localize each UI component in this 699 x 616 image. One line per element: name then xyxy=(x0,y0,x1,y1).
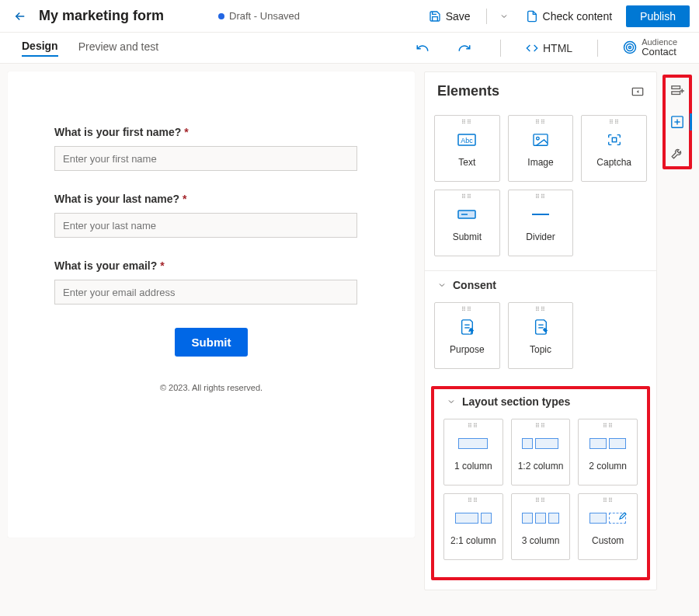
highlight-layout-section: Layout section types ⠿⠿ 1 column ⠿⠿ 1:2 … xyxy=(431,386,650,580)
field-email[interactable]: What is your email?* xyxy=(54,259,357,305)
drag-grip-icon: ⠿⠿ xyxy=(535,193,546,200)
captcha-icon xyxy=(606,129,623,151)
element-submit[interactable]: ⠿⠿ Submit xyxy=(434,190,500,256)
panel-title: Elements xyxy=(437,83,631,99)
one-column-icon xyxy=(458,433,488,454)
check-content-button[interactable]: Check content xyxy=(520,7,619,26)
collapse-panel-button[interactable] xyxy=(631,86,644,97)
tab-preview[interactable]: Preview and test xyxy=(78,40,159,56)
layout-2-1-column[interactable]: ⠿⠿ 2:1 column xyxy=(443,493,503,560)
divider-icon xyxy=(530,204,551,225)
save-button[interactable]: Save xyxy=(423,7,477,26)
rail-styles-button[interactable] xyxy=(667,143,687,163)
drag-grip-icon: ⠿⠿ xyxy=(535,306,546,313)
save-icon xyxy=(429,10,441,23)
drag-grip-icon: ⠿⠿ xyxy=(461,119,472,126)
svg-rect-16 xyxy=(672,86,680,89)
add-element-icon xyxy=(670,115,684,129)
element-captcha[interactable]: ⠿⠿ Captcha xyxy=(581,115,647,182)
status-dot-icon xyxy=(218,13,224,19)
drag-grip-icon: ⠿⠿ xyxy=(468,423,478,430)
publish-button[interactable]: Publish xyxy=(626,5,690,27)
rail-form-fields-button[interactable] xyxy=(667,81,687,101)
undo-button[interactable] xyxy=(412,41,433,55)
element-image[interactable]: ⠿⠿ Image xyxy=(508,115,574,182)
three-column-icon xyxy=(522,507,559,529)
copyright-text: © 2023. All rights reserved. xyxy=(54,383,368,392)
drag-grip-icon: ⠿⠿ xyxy=(535,119,546,126)
layout-2-column[interactable]: ⠿⠿ 2 column xyxy=(578,419,638,485)
form-submit-button[interactable]: Submit xyxy=(175,328,249,357)
top-toolbar: My marketing form Draft - Unsaved Save C… xyxy=(0,0,699,33)
svg-rect-6 xyxy=(534,134,548,145)
element-text[interactable]: ⠿⠿ Abc Text xyxy=(434,115,500,182)
last-name-input[interactable] xyxy=(54,213,357,238)
svg-rect-8 xyxy=(612,137,616,141)
field-label: What is your email?* xyxy=(54,259,357,272)
section-consent-header[interactable]: Consent xyxy=(425,270,656,294)
field-last-name[interactable]: What is your last name?* xyxy=(54,193,357,238)
redo-button[interactable] xyxy=(454,41,475,55)
arrow-left-icon xyxy=(13,9,27,23)
check-content-label: Check content xyxy=(543,10,613,23)
drag-grip-icon: ⠿⠿ xyxy=(468,497,478,504)
collapse-icon xyxy=(631,86,644,97)
document-check-icon xyxy=(526,10,538,23)
save-dropdown[interactable] xyxy=(496,12,512,21)
svg-point-7 xyxy=(537,137,540,140)
one-two-column-icon xyxy=(522,433,558,454)
layout-1-2-column[interactable]: ⠿⠿ 1:2 column xyxy=(511,419,571,485)
right-rail xyxy=(662,71,693,169)
layout-1-column[interactable]: ⠿⠿ 1 column xyxy=(443,419,503,485)
element-topic[interactable]: ⠿⠿ Topic xyxy=(508,302,574,369)
two-one-column-icon xyxy=(455,507,492,529)
svg-rect-17 xyxy=(672,92,680,95)
workspace: What is your first name?* What is your l… xyxy=(0,64,699,598)
element-divider[interactable]: ⠿⠿ Divider xyxy=(508,190,574,256)
audience-value: Contact xyxy=(642,47,677,57)
highlight-rail xyxy=(662,75,692,169)
layout-custom[interactable]: ⠿⠿ Custom xyxy=(578,493,638,560)
undo-icon xyxy=(416,41,429,55)
field-label: What is your first name?* xyxy=(54,126,357,138)
status-badge: Draft - Unsaved xyxy=(218,10,300,22)
canvas-area: What is your first name?* What is your l… xyxy=(8,71,415,538)
drag-grip-icon: ⠿⠿ xyxy=(535,497,546,504)
email-input[interactable] xyxy=(54,280,357,305)
rail-elements-button[interactable] xyxy=(667,112,687,132)
drag-grip-icon: ⠿⠿ xyxy=(535,423,546,430)
tab-design[interactable]: Design xyxy=(22,40,58,57)
status-text: Draft - Unsaved xyxy=(229,10,300,22)
code-icon xyxy=(526,42,538,54)
layout-3-column[interactable]: ⠿⠿ 3 column xyxy=(511,493,571,560)
field-first-name[interactable]: What is your first name?* xyxy=(54,126,357,171)
field-label: What is your last name?* xyxy=(54,193,357,205)
wrench-icon xyxy=(670,146,684,160)
sub-toolbar: Design Preview and test HTML Audience Co… xyxy=(0,33,699,64)
drag-grip-icon: ⠿⠿ xyxy=(603,423,614,430)
audience-selector[interactable]: Audience Contact xyxy=(623,37,677,57)
chevron-down-icon xyxy=(447,397,456,406)
drag-grip-icon: ⠿⠿ xyxy=(603,497,614,504)
chevron-down-icon xyxy=(499,12,509,21)
first-name-input[interactable] xyxy=(54,146,357,171)
section-layout-header[interactable]: Layout section types xyxy=(434,391,647,411)
two-column-icon xyxy=(589,433,626,454)
element-purpose[interactable]: ⠿⠿ Purpose xyxy=(434,302,500,369)
target-icon xyxy=(623,40,637,54)
elements-panel: Elements ⠿⠿ Abc Text ⠿⠿ Image ⠿⠿ xyxy=(424,71,657,590)
submit-button-icon xyxy=(457,204,477,225)
svg-text:Abc: Abc xyxy=(461,137,474,144)
redo-icon xyxy=(457,41,471,55)
chevron-down-icon xyxy=(437,280,447,290)
form-fields-icon xyxy=(670,85,684,97)
custom-layout-icon xyxy=(589,507,626,529)
page-title: My marketing form xyxy=(39,8,164,24)
drag-grip-icon: ⠿⠿ xyxy=(609,119,620,126)
topic-icon xyxy=(533,316,548,338)
form-canvas[interactable]: What is your first name?* What is your l… xyxy=(8,71,415,538)
drag-grip-icon: ⠿⠿ xyxy=(461,193,472,200)
back-button[interactable] xyxy=(9,5,31,27)
html-view-button[interactable]: HTML xyxy=(526,42,572,54)
purpose-icon xyxy=(459,316,475,338)
